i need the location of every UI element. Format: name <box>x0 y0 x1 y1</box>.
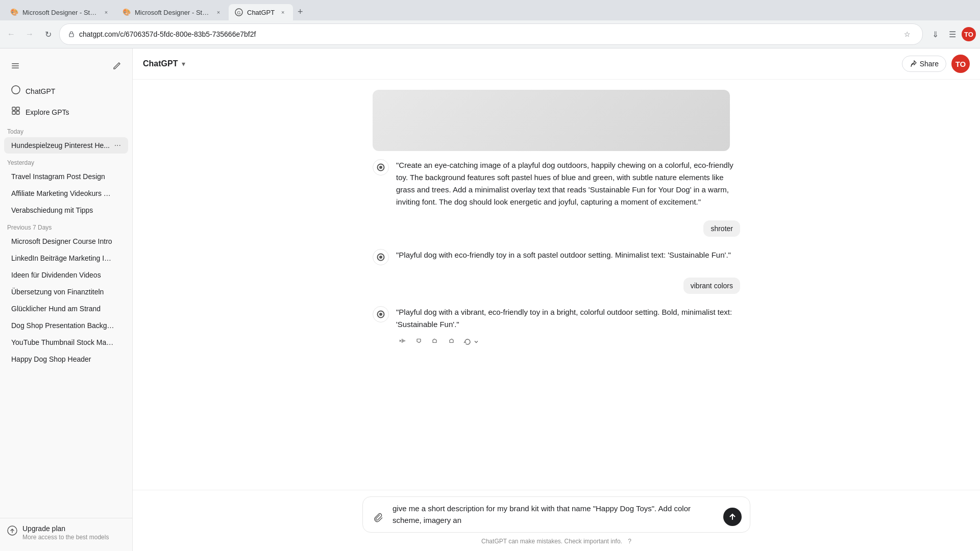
chat-item-12[interactable]: Happy Dog Shop Header ··· <box>4 351 128 367</box>
chat-header-right: Share TO <box>902 55 970 73</box>
chat-title-6: LinkedIn Beiträge Marketing Ide... <box>11 254 114 262</box>
upgrade-subtitle: More access to the best models <box>22 534 109 541</box>
audio-action[interactable] <box>396 335 408 349</box>
chat-item-6[interactable]: LinkedIn Beiträge Marketing Ide... ··· <box>4 250 128 266</box>
svg-rect-7 <box>12 107 15 110</box>
chat-title-dropdown[interactable]: ▾ <box>182 60 185 68</box>
footer-note-text: ChatGPT can make mistakes. Check importa… <box>481 538 622 545</box>
chat-item-10[interactable]: Dog Shop Presentation Backgro... ··· <box>4 317 128 334</box>
new-tab-button[interactable]: + <box>293 6 307 20</box>
send-icon <box>728 512 737 521</box>
tab-close-2[interactable]: × <box>214 8 223 16</box>
chat-header-left: ChatGPT ▾ <box>143 59 185 68</box>
message-row-user-2: vibrant colors <box>373 278 740 294</box>
new-chat-button[interactable] <box>108 57 126 75</box>
chat-item-9[interactable]: Glücklicher Hund am Strand ··· <box>4 300 128 317</box>
upgrade-title: Upgrade plan <box>22 524 109 533</box>
section-label-today: Today <box>0 123 132 137</box>
user-message-2: vibrant colors <box>683 278 740 294</box>
chat-title-10: Dog Shop Presentation Backgro... <box>11 321 114 330</box>
browser-tab-2[interactable]: 🎨 Microsoft Designer - Stunning... × <box>116 4 229 20</box>
input-box: give me a short description for my brand… <box>362 496 750 533</box>
regenerate-action[interactable] <box>461 336 481 348</box>
app: ChatGPT Explore GPTs Today Hundespielzeu… <box>0 48 980 551</box>
tab-title-2: Microsoft Designer - Stunning... <box>135 9 210 16</box>
chat-header: ChatGPT ▾ Share TO <box>133 48 980 80</box>
section-label-previous-7: Previous 7 Days <box>0 219 132 233</box>
gpt-logo-icon-2 <box>376 253 385 262</box>
share-label: Share <box>920 60 939 68</box>
chat-title-12: Happy Dog Shop Header <box>11 355 114 363</box>
chat-title-1: Hundespielzeug Pinterest He... <box>11 141 114 149</box>
message-col-3: "Playful dog with a vibrant, eco-friendl… <box>396 306 740 349</box>
svg-rect-8 <box>16 107 19 110</box>
profile-avatar[interactable]: TO <box>962 27 976 41</box>
svg-rect-12 <box>402 339 403 343</box>
chat-menu-1[interactable]: ··· <box>114 141 121 150</box>
extensions-button[interactable]: ☰ <box>944 26 961 42</box>
tab-close-1[interactable]: × <box>102 8 110 16</box>
browser-tab-3[interactable]: G ChatGPT × <box>229 4 293 20</box>
chat-header-title: ChatGPT <box>143 59 178 68</box>
sidebar-item-chatgpt[interactable]: ChatGPT <box>4 81 128 101</box>
chat-item-3[interactable]: Affiliate Marketing Videokurs O... ··· <box>4 185 128 202</box>
thumbs-down-action[interactable] <box>412 335 425 349</box>
back-button[interactable]: ← <box>4 27 18 41</box>
footer-help-icon[interactable]: ? <box>628 538 631 545</box>
sidebar-collapse-button[interactable] <box>6 57 24 75</box>
sidebar-header <box>0 53 132 79</box>
upgrade-plan-content: Upgrade plan More access to the best mod… <box>7 524 125 541</box>
tab-title-1: Microsoft Designer - Stunning... <box>22 9 98 16</box>
chatgpt-nav-icon <box>11 85 20 97</box>
collapse-icon <box>10 61 20 71</box>
upgrade-plan-button[interactable]: Upgrade plan More access to the best mod… <box>0 518 132 547</box>
svg-rect-5 <box>12 68 19 69</box>
chat-item-4[interactable]: Verabschiedung mit Tipps ··· <box>4 202 128 218</box>
svg-rect-4 <box>12 65 19 66</box>
section-label-yesterday: Yesterday <box>0 154 132 168</box>
toolbar-icons: ⇓ ☰ TO <box>927 26 976 42</box>
upgrade-icon <box>7 525 17 538</box>
downloads-button[interactable]: ⇓ <box>927 26 943 42</box>
chat-title-8: Übersetzung von Finanztiteln <box>11 288 114 296</box>
send-button[interactable] <box>723 508 742 526</box>
chat-title-3: Affiliate Marketing Videokurs O... <box>11 189 114 197</box>
svg-rect-3 <box>12 63 19 64</box>
sidebar-header-icons <box>6 57 24 75</box>
chat-input[interactable]: give me a short description for my brand… <box>393 503 718 526</box>
sidebar-item-explore[interactable]: Explore GPTs <box>4 102 128 122</box>
header-avatar[interactable]: TO <box>951 55 970 73</box>
message-actions-3 <box>396 335 740 349</box>
chat-item-2[interactable]: Travel Instagram Post Design ··· <box>4 168 128 185</box>
chat-item-8[interactable]: Übersetzung von Finanztiteln ··· <box>4 284 128 300</box>
share-button[interactable]: Share <box>902 56 946 72</box>
chat-item-11[interactable]: YouTube Thumbnail Stock Mark... ··· <box>4 334 128 350</box>
reload-button[interactable]: ↻ <box>41 27 55 41</box>
svg-text:G: G <box>237 10 240 15</box>
tab-close-3[interactable]: × <box>279 8 287 16</box>
image-placeholder <box>373 90 730 151</box>
dislike-action[interactable] <box>445 335 457 349</box>
input-area: give me a short description for my brand… <box>133 490 980 551</box>
attach-button[interactable] <box>371 510 387 526</box>
thumbs-up-action[interactable] <box>429 335 441 349</box>
explore-nav-icon <box>11 106 20 118</box>
message-text-assistant-3: "Playful dog with a vibrant, eco-friendl… <box>396 306 740 331</box>
edit-icon <box>112 61 122 71</box>
browser-tab-1[interactable]: 🎨 Microsoft Designer - Stunning... × <box>4 4 116 20</box>
tab-favicon-1: 🎨 <box>10 8 18 16</box>
chat-item-7[interactable]: Ideen für Dividenden Videos ··· <box>4 267 128 283</box>
star-button[interactable]: ☆ <box>900 27 914 41</box>
gpt-avatar-2 <box>373 249 389 265</box>
message-row-user-1: shroter <box>373 220 740 237</box>
paperclip-icon <box>374 513 384 523</box>
upgrade-text: Upgrade plan More access to the best mod… <box>22 524 109 541</box>
chat-item-5[interactable]: Microsoft Designer Course Intro ··· <box>4 233 128 249</box>
tab-title-3: ChatGPT <box>247 9 275 16</box>
explore-nav-label: Explore GPTs <box>26 108 69 116</box>
address-bar-icons: ☆ <box>900 27 914 41</box>
address-bar[interactable]: chatgpt.com/c/6706357d-5fdc-800e-83b5-73… <box>59 23 923 45</box>
main-area: ChatGPT ▾ Share TO <box>133 48 980 551</box>
forward-button[interactable]: → <box>22 27 37 41</box>
chat-item-1[interactable]: Hundespielzeug Pinterest He... ··· <box>4 137 128 154</box>
